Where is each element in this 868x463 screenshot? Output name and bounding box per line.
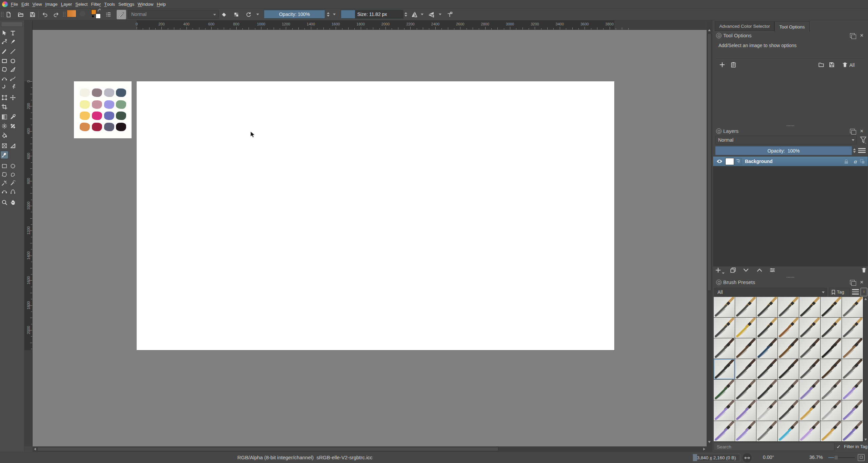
brush-preset-thumbnail[interactable] (842, 421, 863, 441)
scroll-left-icon[interactable] (34, 448, 36, 450)
brush-preset-thumbnail[interactable] (714, 297, 735, 317)
duplicate-layer-icon[interactable] (730, 267, 736, 275)
brush-preset-thumbnail[interactable] (821, 400, 842, 421)
tool-magnetic-select-icon[interactable] (9, 187, 17, 196)
scroll-right-icon[interactable] (703, 448, 705, 450)
menu-image[interactable]: Image (44, 0, 59, 9)
scroll-down-icon[interactable] (708, 441, 711, 443)
menu-layer[interactable]: Layer (59, 0, 74, 9)
tool-fill-icon[interactable] (0, 132, 8, 140)
layer-opacity-spinner[interactable] (852, 146, 857, 155)
brush-editor-button[interactable] (117, 10, 126, 19)
list-choices-icon[interactable] (105, 12, 112, 19)
layer-visibility-icon[interactable] (716, 159, 723, 164)
menu-window[interactable]: Window (136, 0, 155, 9)
layer-row-background[interactable]: Background α (713, 157, 868, 166)
brush-preset-thumbnail[interactable] (842, 359, 863, 379)
tool-calligraphy-icon[interactable] (9, 38, 17, 46)
brush-preset-thumbnail[interactable] (735, 380, 756, 400)
brush-presets-drag-handle[interactable] (712, 276, 868, 278)
opacity-dropdown-icon[interactable] (333, 14, 336, 15)
tool-smart-patch-icon[interactable] (9, 122, 17, 130)
menu-select[interactable]: Select (74, 0, 89, 9)
brush-preset-thumbnail[interactable] (735, 338, 756, 359)
brush-details-icon[interactable]: i (861, 288, 867, 296)
tool-measure-icon[interactable] (9, 142, 17, 150)
brush-preset-thumbnail[interactable] (778, 297, 799, 317)
brush-preset-thumbnail[interactable] (714, 421, 735, 441)
tool-similar-select-icon[interactable] (9, 179, 17, 187)
open-document-icon[interactable] (18, 12, 24, 19)
brush-preset-thumbnail[interactable] (778, 359, 799, 379)
brush-preset-thumbnail[interactable] (714, 318, 735, 338)
layer-filter-icon[interactable] (860, 136, 867, 144)
layer-alpha-lock-icon[interactable]: α (854, 159, 857, 164)
float-docker-icon[interactable] (850, 33, 855, 38)
tool-freehand-path-icon[interactable] (9, 75, 17, 83)
tool-reference-images-icon[interactable] (0, 151, 8, 159)
brush-preset-thumbnail[interactable] (714, 400, 735, 421)
tool-select-shapes-icon[interactable] (0, 29, 8, 37)
tool-ellipse-icon[interactable] (9, 57, 17, 65)
filter-in-tag-checkbox[interactable]: ✓ (836, 444, 842, 449)
move-layer-down-icon[interactable] (743, 267, 749, 275)
tool-polygon-icon[interactable] (0, 65, 8, 74)
add-image-icon[interactable] (719, 62, 725, 69)
layer-opacity-slider[interactable]: Opacity: 100% (715, 146, 852, 155)
toolbar-drag-handle[interactable] (63, 12, 66, 17)
brush-preset-thumbnail[interactable] (756, 297, 777, 317)
close-docker-icon[interactable]: × (859, 128, 864, 134)
undo-icon[interactable] (42, 12, 48, 19)
tool-gradient-icon[interactable] (0, 113, 8, 121)
document-canvas[interactable] (137, 81, 614, 350)
brush-preset-thumbnail[interactable] (821, 338, 842, 359)
tab-tool-options[interactable]: Tool Options (774, 21, 810, 32)
move-layer-up-icon[interactable] (756, 267, 763, 275)
tool-crop-icon[interactable] (0, 103, 8, 111)
toolbar-overflow-icon[interactable] (256, 14, 259, 15)
brush-preset-thumbnail[interactable] (821, 318, 842, 338)
brush-preset-thumbnail[interactable] (842, 380, 863, 400)
float-docker-icon[interactable] (850, 280, 855, 284)
menu-view[interactable]: View (31, 0, 43, 9)
docker-lock-icon[interactable] (716, 33, 722, 38)
brush-preset-thumbnail[interactable] (799, 318, 820, 338)
brush-preset-thumbnail[interactable] (735, 318, 756, 338)
redo-icon[interactable] (53, 12, 59, 19)
brush-preset-thumbnail[interactable] (799, 359, 820, 379)
tool-color-sampler-icon[interactable] (9, 113, 17, 121)
tool-freehand-select-icon[interactable] (9, 170, 17, 179)
brush-preset-thumbnail[interactable] (756, 400, 777, 421)
save-set-icon[interactable] (829, 62, 835, 69)
docker-lock-icon[interactable] (716, 280, 722, 285)
brush-preset-thumbnail[interactable] (735, 400, 756, 421)
layer-thumbnail[interactable] (725, 158, 734, 165)
close-docker-icon[interactable]: × (859, 280, 864, 285)
scroll-up-icon[interactable] (708, 29, 711, 31)
float-docker-icon[interactable] (850, 129, 855, 133)
paste-image-icon[interactable] (730, 62, 736, 69)
brush-grid-scrollbar[interactable] (864, 297, 868, 442)
menu-edit[interactable]: Edit (20, 0, 31, 9)
tag-button[interactable]: Tag (829, 288, 850, 296)
tool-multibrush-icon[interactable] (9, 82, 17, 90)
brush-preset-thumbnail[interactable] (756, 380, 777, 400)
zoom-mode-icon[interactable] (858, 454, 865, 461)
brush-search-input[interactable]: Search (714, 443, 834, 451)
brush-preset-thumbnail[interactable] (799, 380, 820, 400)
menu-settings[interactable]: Settings (117, 0, 136, 9)
brush-preset-thumbnail[interactable] (756, 338, 777, 359)
brush-preset-thumbnail[interactable] (735, 359, 756, 379)
brush-preset-thumbnail[interactable] (778, 318, 799, 338)
reload-preset-icon[interactable] (245, 12, 252, 19)
brush-preset-thumbnail[interactable] (821, 297, 842, 317)
brush-preset-thumbnail[interactable] (778, 400, 799, 421)
tool-zoom-icon[interactable] (0, 198, 8, 206)
brush-preset-thumbnail[interactable] (821, 359, 842, 379)
brush-preset-thumbnail[interactable] (842, 400, 863, 421)
brush-preset-thumbnail[interactable] (714, 359, 735, 379)
toolbox-drag-handle[interactable] (1, 22, 23, 27)
layer-decorator-box[interactable] (735, 158, 742, 165)
foreground-background-colors[interactable] (91, 9, 101, 19)
brush-view-list-icon[interactable] (851, 288, 860, 296)
